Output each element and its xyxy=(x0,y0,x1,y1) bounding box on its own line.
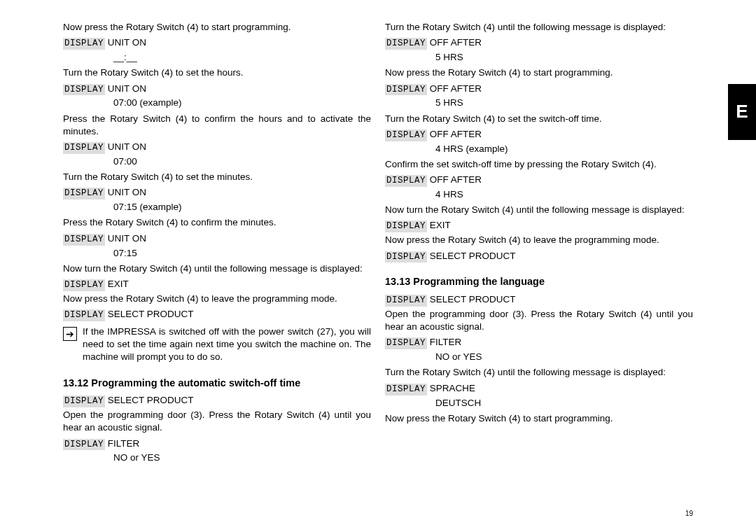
display-label: DISPLAY xyxy=(63,38,105,50)
display-line: DISPLAY SELECT PRODUCT xyxy=(385,250,693,263)
right-column: Turn the Rotary Switch (4) until the fol… xyxy=(385,21,693,468)
display-subline: 4 HRS (example) xyxy=(435,143,693,155)
display-value: UNIT ON xyxy=(108,233,146,244)
display-label: DISPLAY xyxy=(385,220,427,232)
display-label: DISPLAY xyxy=(63,279,105,291)
display-line: DISPLAY EXIT xyxy=(385,219,693,232)
section-heading: 13.12 Programming the automatic switch-o… xyxy=(63,377,371,391)
body-text: Now press the Rotary Switch (4) to start… xyxy=(385,66,693,79)
display-subline: 07:00 xyxy=(113,155,371,168)
display-line: DISPLAY UNIT ON xyxy=(63,83,371,96)
display-line: DISPLAY EXIT xyxy=(63,278,371,291)
section-tab: E xyxy=(728,84,756,140)
display-label: DISPLAY xyxy=(385,84,427,96)
display-subline: 5 HRS xyxy=(435,51,693,64)
display-label: DISPLAY xyxy=(385,38,427,50)
body-text: Press the Rotary Switch (4) to confirm t… xyxy=(63,113,371,138)
display-value: UNIT ON xyxy=(108,83,146,94)
display-line: DISPLAY OFF AFTER xyxy=(385,128,693,141)
display-line: DISPLAY FILTER xyxy=(385,336,693,349)
display-value: FILTER xyxy=(430,337,462,347)
display-label: DISPLAY xyxy=(63,309,105,321)
display-line: DISPLAY OFF AFTER xyxy=(385,36,693,50)
display-label: DISPLAY xyxy=(63,396,105,407)
body-text: Open the programming door (3). Press the… xyxy=(63,409,371,434)
display-value: OFF AFTER xyxy=(430,174,482,185)
display-label: DISPLAY xyxy=(63,234,105,246)
display-subline: 07:15 xyxy=(113,247,371,260)
body-text: Turn the Rotary Switch (4) to set the mi… xyxy=(63,171,371,183)
display-label: DISPLAY xyxy=(385,175,427,187)
display-value: SELECT PRODUCT xyxy=(108,309,194,319)
display-label: DISPLAY xyxy=(63,439,105,451)
display-subline: __:__ xyxy=(113,51,371,64)
display-label: DISPLAY xyxy=(385,130,427,141)
body-text: Turn the Rotary Switch (4) to set the sw… xyxy=(385,113,693,125)
body-text: Now press the Rotary Switch (4) to start… xyxy=(385,412,693,425)
display-value: FILTER xyxy=(108,438,140,449)
display-line: DISPLAY OFF AFTER xyxy=(385,83,693,96)
display-value: SELECT PRODUCT xyxy=(108,395,194,405)
display-line: DISPLAY FILTER xyxy=(63,438,371,451)
display-line: DISPLAY UNIT ON xyxy=(63,186,371,200)
display-label: DISPLAY xyxy=(385,384,427,396)
display-subline: DEUTSCH xyxy=(435,397,693,410)
body-text: Press the Rotary Switch (4) to confirm t… xyxy=(63,216,371,229)
display-label: DISPLAY xyxy=(385,337,427,349)
body-text: Now press the Rotary Switch (4) to start… xyxy=(63,21,371,34)
display-label: DISPLAY xyxy=(63,84,105,96)
left-column: Now press the Rotary Switch (4) to start… xyxy=(63,21,371,468)
display-line: DISPLAY UNIT ON xyxy=(63,36,371,50)
display-subline: 4 HRS xyxy=(435,188,693,201)
display-value: SELECT PRODUCT xyxy=(430,251,516,261)
display-label: DISPLAY xyxy=(385,251,427,263)
display-line: DISPLAY UNIT ON xyxy=(63,141,371,154)
body-text: Now turn the Rotary Switch (4) until the… xyxy=(385,204,693,216)
display-label: DISPLAY xyxy=(63,142,105,154)
display-line: DISPLAY SELECT PRODUCT xyxy=(385,293,693,307)
display-subline: NO or YES xyxy=(113,451,371,464)
body-text: Now press the Rotary Switch (4) to leave… xyxy=(385,234,693,246)
display-value: OFF AFTER xyxy=(430,37,482,48)
page-number: 19 xyxy=(685,509,693,519)
display-line: DISPLAY SELECT PRODUCT xyxy=(63,394,371,407)
body-text: Confirm the set switch-off time by press… xyxy=(385,158,693,171)
display-label: DISPLAY xyxy=(385,295,427,307)
display-line: DISPLAY SELECT PRODUCT xyxy=(63,308,371,321)
display-line: DISPLAY UNIT ON xyxy=(63,232,371,246)
display-label: DISPLAY xyxy=(63,188,105,200)
display-value: SPRACHE xyxy=(430,383,475,393)
body-text: Open the programming door (3). Press the… xyxy=(385,308,693,333)
body-text: Turn the Rotary Switch (4) until the fol… xyxy=(385,21,693,34)
display-value: OFF AFTER xyxy=(430,83,482,94)
display-value: EXIT xyxy=(108,279,129,289)
display-value: OFF AFTER xyxy=(430,129,482,139)
note-block: ➔ If the IMPRESSA is switched off with t… xyxy=(63,326,371,364)
display-value: EXIT xyxy=(430,220,451,230)
section-heading: 13.13 Programming the language xyxy=(385,275,693,289)
display-value: SELECT PRODUCT xyxy=(430,294,516,304)
body-text: Turn the Rotary Switch (4) to set the ho… xyxy=(63,66,371,79)
body-text: Now press the Rotary Switch (4) to leave… xyxy=(63,293,371,305)
display-subline: NO or YES xyxy=(435,351,693,363)
display-value: UNIT ON xyxy=(108,37,146,48)
body-text: Now turn the Rotary Switch (4) until the… xyxy=(63,262,371,275)
display-value: UNIT ON xyxy=(108,187,146,197)
page-content: Now press the Rotary Switch (4) to start… xyxy=(0,0,756,482)
display-line: DISPLAY SPRACHE xyxy=(385,382,693,396)
display-line: DISPLAY OFF AFTER xyxy=(385,174,693,187)
body-text: Turn the Rotary Switch (4) until the fol… xyxy=(385,366,693,379)
display-subline: 5 HRS xyxy=(435,97,693,109)
display-subline: 07:15 (example) xyxy=(113,201,371,214)
display-subline: 07:00 (example) xyxy=(113,97,371,109)
note-text: If the IMPRESSA is switched off with the… xyxy=(83,326,371,364)
display-value: UNIT ON xyxy=(108,141,146,152)
arrow-right-icon: ➔ xyxy=(63,327,77,341)
